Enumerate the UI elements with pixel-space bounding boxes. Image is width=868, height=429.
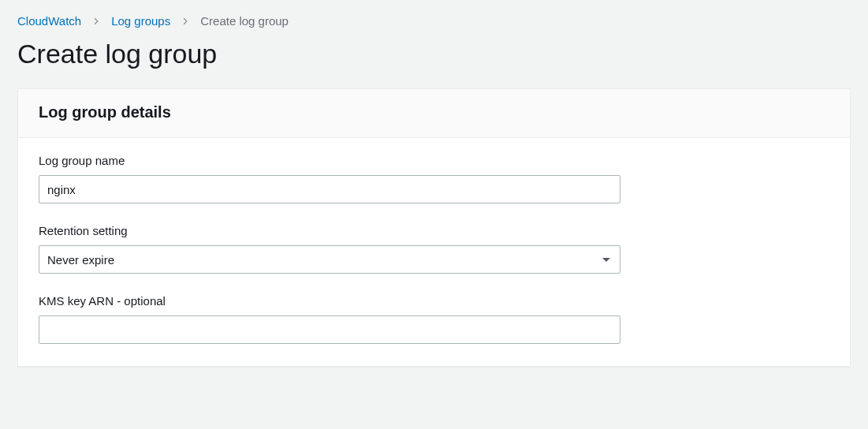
field-log-group-name: Log group name <box>39 154 829 203</box>
page-title: Create log group <box>0 28 868 88</box>
field-kms-key-arn: KMS key ARN - optional <box>39 294 829 344</box>
log-group-name-input[interactable] <box>39 175 620 203</box>
panel-header: Log group details <box>18 89 850 138</box>
kms-key-arn-input[interactable] <box>39 315 620 344</box>
retention-select[interactable]: Never expire <box>39 245 620 274</box>
label-log-group-name: Log group name <box>39 154 829 167</box>
retention-select-wrap: Never expire <box>39 245 620 274</box>
log-group-details-panel: Log group details Log group name Retenti… <box>17 88 851 367</box>
panel-title: Log group details <box>39 103 829 121</box>
breadcrumb-cloudwatch[interactable]: CloudWatch <box>17 14 81 28</box>
chevron-right-icon <box>181 17 189 25</box>
panel-body: Log group name Retention setting Never e… <box>18 138 850 366</box>
breadcrumb: CloudWatch Log groups Create log group <box>0 0 868 28</box>
chevron-right-icon <box>92 17 100 25</box>
breadcrumb-log-groups[interactable]: Log groups <box>111 14 170 28</box>
label-kms-key-arn: KMS key ARN - optional <box>39 294 829 308</box>
field-retention-setting: Retention setting Never expire <box>39 224 829 274</box>
label-retention-setting: Retention setting <box>39 224 829 237</box>
retention-selected-value: Never expire <box>47 253 114 267</box>
breadcrumb-current: Create log group <box>200 14 289 28</box>
